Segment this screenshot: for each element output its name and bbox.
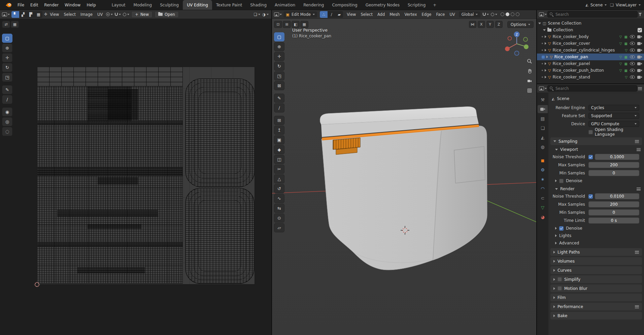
menu-help[interactable]: Help [83,0,99,10]
render-time-limit-field[interactable]: 0 s [588,217,639,224]
prop-tab-tool[interactable]: ⚒ [538,96,548,104]
tool-rotate[interactable]: ↻ [2,63,12,72]
tool-measure[interactable]: ∕ [2,95,12,104]
render-subsection-header[interactable]: Render [548,185,644,192]
vp-menu-vertex[interactable]: Vertex [402,11,419,18]
render-denoise-row[interactable]: Denoise [548,225,644,232]
tool-loop-cut[interactable]: ◫ [274,155,284,164]
expand-icon[interactable] [546,56,548,58]
tool-transform[interactable]: ⊠ [274,81,284,90]
uv-menu-image[interactable]: Image [78,11,95,18]
properties-search[interactable] [547,85,637,92]
prop-tab-modifiers[interactable]: ⚙ [538,166,548,174]
uv-select-face-button[interactable]: ▛ [27,11,35,18]
blender-logo-icon[interactable] [3,0,14,10]
disable-in-renders-icon[interactable] [637,42,642,45]
pan-hand-icon[interactable] [527,68,532,74]
prop-tab-world[interactable]: ◍ [538,143,548,151]
tool-add-cube[interactable]: ⊞ [274,116,284,125]
expand-icon[interactable] [545,69,546,72]
hide-in-viewport-icon[interactable] [630,75,635,79]
tool-scale[interactable]: ◳ [274,71,284,80]
object-row-rice-cooker-stand[interactable]: ▽ Rice_cooker_stand ▽ [537,74,644,80]
object-row-rice-cooker-cover[interactable]: ▽ Rice_cooker_cover ▽ ▦ [537,40,644,47]
properties-editor-type-icon[interactable] [539,87,544,91]
bake-section-header[interactable]: Bake [550,312,642,320]
render-noise-threshold-checkbox[interactable] [588,194,593,199]
edge-select-button[interactable]: ∕ [328,11,335,18]
film-section-header[interactable]: Film [550,294,642,301]
camera-view-icon[interactable] [527,78,532,83]
properties-options-icon[interactable] [638,87,642,90]
tab-compositing[interactable]: Compositing [328,0,361,10]
viewport-scene[interactable] [272,19,536,335]
mirror-x-toggle[interactable]: X [478,21,485,28]
performance-section-header[interactable]: Performance [550,303,642,310]
menu-render[interactable]: Render [41,0,62,10]
render-max-samples-field[interactable]: 200 [588,201,639,207]
expand-icon[interactable] [545,42,546,45]
transform-orientation-selector[interactable]: Global [459,11,481,18]
vp-menu-uv[interactable]: UV [447,11,457,18]
viewport-denoise-checkbox[interactable] [559,179,564,183]
uv-menu-select[interactable]: Select [62,11,78,18]
viewport-max-samples-field[interactable]: 200 [588,162,639,168]
vp-menu-view[interactable]: View [345,11,358,18]
vp-origins-button[interactable]: ⊞ [283,21,291,28]
tab-rendering[interactable]: Rendering [299,0,328,10]
viewport-editor-type-icon[interactable] [274,12,279,16]
shading-material-button[interactable] [511,12,514,16]
tool-scale[interactable]: ◳ [2,73,12,82]
vp-menu-face[interactable]: Face [434,11,447,18]
viewport-editor-type-dropdown-icon[interactable] [280,14,282,15]
scene-selector[interactable]: ◭ Scene [585,3,607,7]
vp-menu-mesh[interactable]: Mesh [387,11,402,18]
vp-snap-base-button[interactable]: ◧ [292,21,300,28]
prop-tab-scene[interactable]: ◭ [538,133,548,141]
tab-sculpting[interactable]: Sculpting [156,0,183,10]
tab-animation[interactable]: Animation [271,0,299,10]
device-select[interactable]: GPU Compute [588,121,639,127]
prop-tab-physics[interactable]: ◠ [538,185,548,193]
uv-snap-button[interactable] [114,11,122,18]
object-row-rice-cooker-cylindrical-hinges[interactable]: ▽ Rice_cooker_cylindrical_hinges ▽ [537,47,644,54]
disable-in-renders-icon[interactable] [637,35,642,38]
render-noise-threshold-field[interactable]: 0.0100 [595,193,639,199]
disable-in-renders-icon[interactable] [637,69,642,72]
panel-menu-icon[interactable] [635,250,639,254]
viewport-min-samples-field[interactable]: 0 [588,170,639,176]
object-row-rice-cooker-body[interactable]: ▽ Rice_cooker_body ▽ ▦ [537,33,644,40]
uv-select-edge-button[interactable]: ▞ [19,11,27,18]
feature-set-select[interactable]: Supported [588,113,639,119]
menu-window[interactable]: Window [62,0,83,10]
shading-wireframe-button[interactable] [501,12,504,16]
menu-edit[interactable]: Edit [27,0,41,10]
tool-relax[interactable]: ◎ [2,117,12,126]
uv-sticky-select-icon[interactable]: ✜ [44,12,47,16]
uv-display-channels-button[interactable]: ◑ [262,11,269,18]
vp-tool-fallback-button[interactable]: ⊡ [274,21,282,28]
hide-in-viewport-icon[interactable] [630,35,635,38]
tool-extrude-region[interactable]: ↥ [274,126,284,135]
tool-select-box[interactable]: ▢ [2,34,12,43]
rice-cooker-model[interactable] [320,106,487,270]
hide-in-viewport-icon[interactable] [630,48,635,52]
prop-tab-material[interactable]: ◕ [538,213,548,221]
hide-in-viewport-icon[interactable] [630,69,635,72]
properties-search-input[interactable] [555,86,635,91]
curves-section-header[interactable]: Curves [550,266,642,274]
motion-blur-checkbox[interactable] [557,286,562,291]
shading-rendered-button[interactable] [516,12,519,16]
tool-annotate[interactable]: ✎ [274,94,284,103]
viewport-denoise-row[interactable]: Denoise [548,177,644,185]
navigation-gizmo[interactable]: Z [503,30,531,59]
tool-rotate[interactable]: ↻ [274,62,284,71]
expand-icon[interactable] [543,29,546,31]
disable-in-renders-icon[interactable] [637,76,642,79]
uv-mesh-view[interactable] [37,67,255,284]
uv-canvas[interactable]: ⇄ ▦ ▢ ⊕ ✛ ↻ ◳ ✎ ∕ ◉ ◎ ◌ [0,19,271,335]
simplify-checkbox[interactable] [557,277,562,281]
tool-inset-faces[interactable]: ▣ [274,135,284,144]
disable-in-renders-icon[interactable] [637,49,642,52]
sampling-section-header[interactable]: Sampling [550,137,642,145]
